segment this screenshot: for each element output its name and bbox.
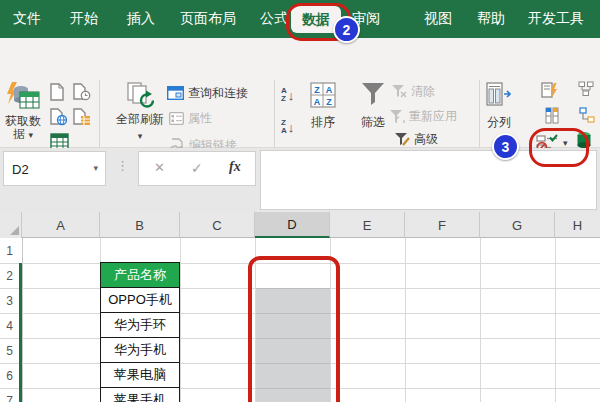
ribbon-tab-bar: 文件 开始 插入 页面布局 公式 数据 审阅 视图 帮助 开发工具 bbox=[0, 0, 600, 38]
cell-B6[interactable]: 苹果电脑 bbox=[100, 362, 180, 388]
annotation-ring-selected-range bbox=[248, 256, 340, 402]
column-header-C[interactable]: C bbox=[180, 212, 255, 238]
svg-text:Z: Z bbox=[326, 97, 332, 107]
cell-B4[interactable]: 华为手环 bbox=[100, 312, 180, 338]
column-header-G[interactable]: G bbox=[480, 212, 555, 238]
from-web-button[interactable] bbox=[50, 108, 68, 126]
refresh-all-button[interactable]: 全部刷新 ▾ bbox=[114, 82, 166, 140]
product-table: 产品名称 OPPO手机 华为手环 华为手机 苹果电脑 苹果手机 bbox=[100, 263, 180, 402]
row-header-3[interactable]: 3 bbox=[0, 288, 19, 313]
filter-button[interactable]: 筛选 bbox=[352, 82, 394, 129]
cell-B2[interactable]: 产品名称 bbox=[100, 262, 180, 288]
get-data-label-line2: 据 ▾ bbox=[13, 128, 33, 141]
row-header-5[interactable]: 5 bbox=[0, 338, 19, 363]
queries-window-icon bbox=[167, 86, 184, 100]
cell-B5[interactable]: 华为手机 bbox=[100, 337, 180, 363]
name-box-input[interactable] bbox=[10, 152, 84, 187]
document-clock-icon bbox=[73, 83, 91, 101]
column-header-A[interactable]: A bbox=[22, 212, 100, 238]
clear-filter-icon bbox=[391, 84, 407, 98]
svg-text:A: A bbox=[326, 85, 333, 95]
row-header-4[interactable]: 4 bbox=[0, 313, 19, 338]
document-globe-icon bbox=[50, 108, 68, 126]
recent-sources-button[interactable] bbox=[73, 83, 91, 101]
tab-formulas[interactable]: 公式 bbox=[260, 0, 288, 38]
column-header-E[interactable]: E bbox=[330, 212, 405, 238]
cell-B7[interactable]: 苹果手机 bbox=[100, 387, 180, 402]
tab-page-layout[interactable]: 页面布局 bbox=[180, 0, 236, 38]
queries-connections-label: 查询和连接 bbox=[188, 87, 248, 100]
ribbon: 获取数 据 ▾ bbox=[0, 38, 600, 148]
sort-descending-button[interactable]: ZA ↓ bbox=[281, 119, 294, 135]
tab-developer[interactable]: 开发工具 bbox=[528, 0, 584, 38]
formula-buttons-box: ✕ ✓ fx bbox=[138, 151, 256, 186]
column-header-D-selected[interactable]: D bbox=[255, 212, 330, 238]
flash-fill-button[interactable] bbox=[541, 82, 558, 99]
dropdown-arrow-icon: ▾ bbox=[28, 130, 33, 140]
consolidate-button[interactable] bbox=[578, 81, 594, 97]
sort-label: 排序 bbox=[311, 116, 335, 129]
remove-duplicates-button[interactable] bbox=[544, 107, 560, 124]
select-all-corner[interactable] bbox=[0, 212, 22, 238]
get-data-icon bbox=[6, 82, 40, 112]
svg-text:Z: Z bbox=[314, 85, 320, 95]
name-box-dropdown-icon[interactable]: ▾ bbox=[93, 163, 98, 173]
from-table-range-button[interactable] bbox=[73, 108, 91, 126]
step-3-badge: 3 bbox=[492, 133, 519, 160]
sort-button[interactable]: Z A A Z 排序 bbox=[303, 82, 343, 129]
reapply-button[interactable]: 重新应用 bbox=[389, 109, 457, 123]
relationships-icon bbox=[579, 107, 595, 123]
column-header-H[interactable]: H bbox=[555, 212, 600, 238]
cancel-icon[interactable]: ✕ bbox=[154, 160, 165, 175]
get-data-button[interactable]: 获取数 据 ▾ bbox=[2, 82, 44, 141]
properties-label: 属性 bbox=[188, 112, 212, 125]
refresh-all-label: 全部刷新 bbox=[116, 113, 164, 126]
text-to-columns-label: 分列 bbox=[487, 116, 511, 129]
sort-dialog-icon: Z A A Z bbox=[310, 82, 336, 108]
tab-file[interactable]: 文件 bbox=[13, 0, 41, 38]
corner-triangle-icon bbox=[10, 226, 19, 235]
queries-connections-button[interactable]: 查询和连接 bbox=[167, 86, 248, 100]
document-table-icon bbox=[73, 108, 91, 126]
down-arrow-icon: ↓ bbox=[288, 88, 295, 103]
clear-filter-button[interactable]: 清除 bbox=[391, 84, 435, 98]
row-header-1[interactable]: 1 bbox=[0, 238, 19, 263]
sort-za-icon: ZA bbox=[281, 119, 287, 135]
cell-B3[interactable]: OPPO手机 bbox=[100, 287, 180, 313]
relationships-button[interactable] bbox=[579, 107, 595, 123]
consolidate-icon bbox=[578, 81, 594, 97]
from-text-csv-button[interactable] bbox=[50, 83, 65, 101]
row-header-7[interactable]: 7 bbox=[0, 388, 19, 402]
sort-ascending-button[interactable]: AZ ↓ bbox=[281, 87, 294, 103]
step-2-badge: 2 bbox=[333, 16, 360, 43]
advanced-filter-button[interactable]: 高级 bbox=[394, 132, 438, 146]
remove-duplicates-icon bbox=[544, 107, 560, 124]
refresh-all-icon bbox=[126, 82, 154, 109]
tab-insert[interactable]: 插入 bbox=[127, 0, 155, 38]
properties-button[interactable]: 属性 bbox=[169, 112, 212, 125]
advanced-filter-icon bbox=[394, 132, 410, 146]
advanced-filter-label: 高级 bbox=[414, 133, 438, 146]
row-header-6[interactable]: 6 bbox=[0, 363, 19, 388]
down-arrow-icon: ↓ bbox=[288, 120, 295, 135]
name-box[interactable]: ▾ bbox=[3, 151, 106, 186]
excel-window: 文件 开始 插入 页面布局 公式 数据 审阅 视图 帮助 开发工具 2 bbox=[0, 0, 600, 402]
dropdown-arrow-icon: ▾ bbox=[138, 132, 143, 140]
properties-icon bbox=[169, 112, 184, 125]
enter-icon[interactable]: ✓ bbox=[191, 160, 203, 176]
document-icon bbox=[50, 83, 65, 101]
row-header-2[interactable]: 2 bbox=[0, 263, 19, 288]
text-to-columns-icon bbox=[486, 82, 513, 108]
sort-az-icon: AZ bbox=[281, 87, 287, 103]
funnel-icon bbox=[360, 82, 386, 106]
tab-view[interactable]: 视图 bbox=[424, 0, 452, 38]
column-header-F[interactable]: F bbox=[405, 212, 480, 238]
tab-home[interactable]: 开始 bbox=[70, 0, 98, 38]
column-header-B[interactable]: B bbox=[100, 212, 180, 238]
reapply-label: 重新应用 bbox=[409, 110, 457, 123]
tab-help[interactable]: 帮助 bbox=[477, 0, 505, 38]
text-to-columns-button[interactable]: 分列 bbox=[482, 82, 516, 129]
reapply-icon bbox=[389, 109, 405, 123]
filter-label: 筛选 bbox=[361, 116, 385, 129]
insert-function-icon[interactable]: fx bbox=[229, 159, 241, 175]
